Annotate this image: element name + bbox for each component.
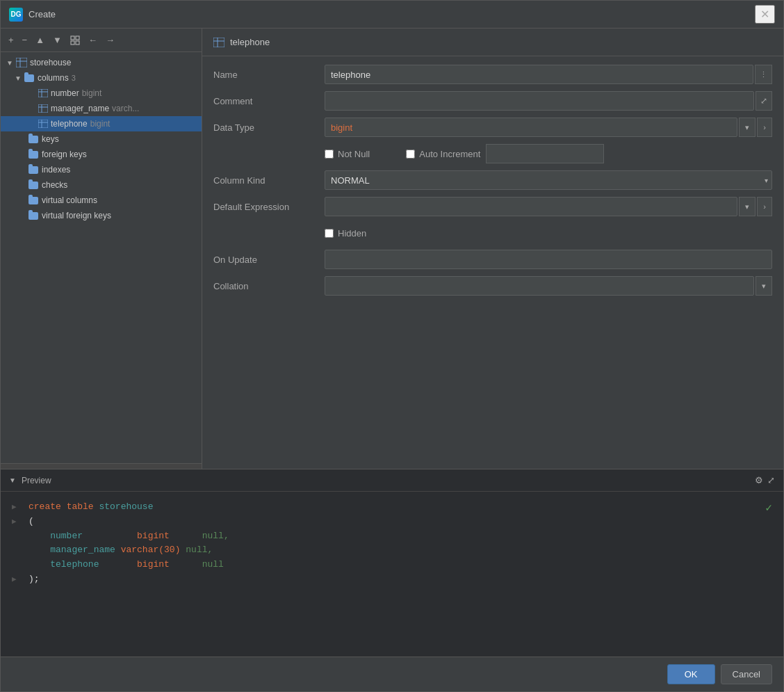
col2-indent: [28, 543, 50, 558]
kw-tablename: storehouse: [99, 500, 153, 515]
col2-type: varchar(30): [121, 543, 181, 558]
not-null-label[interactable]: Not Null: [325, 149, 370, 159]
col2-null: null,: [186, 543, 213, 558]
comment-expand-button[interactable]: ⤢: [756, 91, 772, 111]
preview-code-area: ✓ ▶ create table storehouse ▶ ( number: [1, 492, 783, 657]
move-up-button[interactable]: ▲: [32, 33, 48, 47]
tree-item-storehouse[interactable]: ▼ storehouse: [1, 55, 202, 70]
line-num-6: ▶: [12, 574, 23, 586]
tree-label-keys: keys: [42, 134, 59, 144]
not-null-row: Not Null Auto Increment: [213, 144, 772, 163]
add-button[interactable]: +: [5, 33, 17, 47]
left-horizontal-scrollbar[interactable]: [1, 463, 202, 469]
tree-item-foreign-keys[interactable]: foreign keys: [1, 147, 202, 162]
move-down-button[interactable]: ▼: [49, 33, 65, 47]
tree-label-telephone: telephone: [51, 119, 88, 129]
tree-label-foreign-keys: foreign keys: [42, 150, 87, 159]
col3-null: null: [202, 558, 224, 572]
hidden-label[interactable]: Hidden: [325, 228, 772, 239]
right-header-title: telephone: [230, 37, 270, 47]
default-expression-expand-button[interactable]: ›: [757, 197, 772, 216]
col3-sp1: [99, 558, 137, 572]
back-button[interactable]: ←: [85, 33, 101, 47]
close-button[interactable]: ✕: [755, 5, 775, 24]
folder-icon-indexes: [28, 166, 38, 174]
column-kind-row: Column Kind NORMAL VIRTUAL STORED ▾: [213, 170, 772, 190]
tree-item-manager-name[interactable]: manager_name varch...: [1, 101, 202, 116]
tree-item-virtual-columns[interactable]: virtual columns: [1, 193, 202, 208]
auto-increment-label[interactable]: Auto Increment: [406, 149, 480, 159]
tree-item-telephone[interactable]: telephone bigint: [1, 116, 202, 131]
auto-increment-checkbox[interactable]: [406, 150, 415, 159]
data-type-dropdown-button[interactable]: ▾: [739, 118, 756, 137]
svg-rect-16: [213, 38, 224, 47]
line-num-1: ▶: [12, 501, 23, 514]
kw-space1: [61, 500, 67, 515]
tree-item-keys[interactable]: keys: [1, 131, 202, 147]
forward-button[interactable]: →: [102, 33, 118, 47]
tree-item-virtual-foreign-keys[interactable]: virtual foreign keys: [1, 208, 202, 223]
default-expression-dropdown-button[interactable]: ▾: [739, 197, 756, 216]
hidden-row: Hidden: [213, 223, 772, 243]
collation-row: Collation ▾: [213, 276, 772, 296]
move-button[interactable]: [67, 33, 83, 47]
tree-item-checks[interactable]: checks: [1, 177, 202, 193]
data-type-expand-button[interactable]: ›: [757, 118, 772, 137]
kw-space2: [94, 500, 99, 515]
hidden-control: Hidden: [325, 228, 772, 239]
remove-button[interactable]: −: [19, 33, 31, 47]
col1-indent: [28, 529, 50, 544]
svg-rect-10: [38, 104, 48, 113]
hidden-checkbox[interactable]: [325, 229, 334, 238]
tree-label-manager: manager_name: [51, 104, 109, 113]
on-update-row: On Update: [213, 250, 772, 269]
col2-sp2: [180, 543, 186, 558]
svg-rect-7: [38, 89, 48, 97]
default-expression-control: ▾ ›: [325, 197, 772, 216]
preview-arrow: ▼: [9, 476, 16, 484]
ok-button[interactable]: OK: [667, 664, 715, 684]
preview-settings-button[interactable]: ⚙: [755, 475, 763, 485]
preview-icons-group: ⚙ ⤢: [755, 475, 775, 485]
col1-name: number: [50, 529, 83, 544]
collation-input[interactable]: [325, 276, 754, 296]
tree-arrow-columns: ▼: [15, 74, 24, 82]
folder-icon-columns: [24, 74, 34, 82]
tree-item-indexes[interactable]: indexes: [1, 162, 202, 177]
hidden-text: Hidden: [338, 228, 366, 239]
auto-increment-text: Auto Increment: [419, 149, 480, 159]
default-expression-input[interactable]: [325, 197, 737, 216]
data-type-input[interactable]: [325, 118, 737, 137]
kw-table: table: [67, 500, 94, 515]
data-type-row: Data Type ▾ ›: [213, 118, 772, 137]
auto-increment-group: Auto Increment: [406, 144, 604, 163]
col2-sp1: [115, 543, 121, 558]
auto-increment-value-input[interactable]: [486, 144, 604, 163]
col1-type: bigint: [137, 529, 170, 544]
line-num-2: ▶: [12, 516, 23, 529]
tree-label-virtual-columns: virtual columns: [42, 195, 97, 205]
col3-type: bigint: [137, 558, 170, 572]
preview-expand-button[interactable]: ⤢: [767, 475, 775, 485]
name-control: ⋮: [325, 65, 772, 84]
comment-label: Comment: [213, 96, 325, 106]
not-null-checkbox[interactable]: [325, 150, 334, 159]
tree-item-columns[interactable]: ▼ columns 3: [1, 70, 202, 86]
collation-control: ▾: [325, 276, 772, 296]
tree-label-columns: columns: [38, 73, 69, 83]
name-input[interactable]: [325, 65, 753, 84]
header-table-icon: [213, 38, 224, 47]
comment-input[interactable]: [325, 91, 754, 111]
cancel-button[interactable]: Cancel: [721, 664, 772, 684]
collation-dropdown-button[interactable]: ▾: [756, 276, 772, 296]
code-line-5: telephone bigint null: [12, 558, 772, 572]
form-area: Name ⋮ Comment ⤢ Data Type: [202, 56, 783, 469]
tree-item-number[interactable]: number bigint: [1, 86, 202, 101]
table-icon-storehouse: [16, 58, 27, 67]
code-line-4: manager_name varchar(30) null,: [12, 543, 772, 558]
name-more-button[interactable]: ⋮: [755, 65, 772, 84]
tree-label-indexes: indexes: [42, 165, 70, 175]
col1-sp2: [170, 529, 202, 544]
column-kind-select[interactable]: NORMAL VIRTUAL STORED: [325, 170, 772, 190]
on-update-input[interactable]: [325, 250, 772, 269]
